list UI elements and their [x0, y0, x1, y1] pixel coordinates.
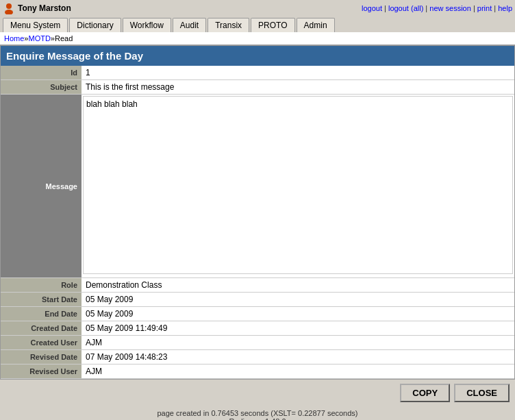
subject-label: Subject — [1, 80, 81, 95]
help-link[interactable]: help — [498, 4, 512, 12]
breadcrumb-home[interactable]: Home — [4, 34, 24, 42]
user-avatar-icon — [3, 2, 15, 14]
footer-line1: page created in 0.76453 seconds (XSLT= 0… — [3, 409, 512, 417]
logout-all-link[interactable]: logout (all) — [388, 4, 423, 12]
buttons-area: COPY CLOSE — [0, 380, 515, 406]
top-links: logout | logout (all) | new session | pr… — [362, 4, 512, 12]
footer-line2: Radicore v1.48.0 — [3, 417, 512, 420]
table-row: Id 1 — [1, 66, 514, 80]
table-row: Role Demonstration Class — [1, 278, 514, 293]
message-textarea[interactable]: blah blah blah — [83, 96, 513, 274]
tab-admin[interactable]: Admin — [297, 18, 335, 32]
tab-audit[interactable]: Audit — [173, 18, 206, 32]
breadcrumb-current: Read — [55, 34, 73, 42]
tab-workflow[interactable]: Workflow — [123, 18, 171, 32]
copy-button[interactable]: COPY — [400, 384, 450, 402]
tab-transix[interactable]: Transix — [208, 18, 249, 32]
created-user-label: Created User — [1, 336, 81, 350]
table-row: Message blah blah blah — [1, 95, 514, 278]
subject-value: This is the first message — [81, 80, 514, 95]
revised-date-value: 07 May 2009 14:48:23 — [81, 350, 514, 365]
breadcrumb: Home»MOTD»Read — [0, 32, 515, 45]
print-link[interactable]: print — [477, 4, 492, 12]
end-date-label: End Date — [1, 307, 81, 321]
main-content: Enquire Message of the Day Id 1 Subject … — [0, 45, 515, 380]
breadcrumb-motd[interactable]: MOTD — [28, 34, 50, 42]
tab-proto[interactable]: PROTO — [251, 18, 294, 32]
revised-user-value: AJM — [81, 365, 514, 379]
svg-point-0 — [6, 3, 12, 9]
new-session-link[interactable]: new session — [429, 4, 471, 12]
start-date-label: Start Date — [1, 293, 81, 307]
table-row: Start Date 05 May 2009 — [1, 293, 514, 307]
table-row: Created Date 05 May 2009 11:49:49 — [1, 321, 514, 336]
created-date-value: 05 May 2009 11:49:49 — [81, 321, 514, 336]
top-bar: Tony Marston logout | logout (all) | new… — [0, 0, 515, 16]
role-label: Role — [1, 278, 81, 293]
logout-link[interactable]: logout — [362, 4, 382, 12]
tab-menu-system[interactable]: Menu System — [3, 18, 68, 32]
created-user-value: AJM — [81, 336, 514, 350]
id-label: Id — [1, 66, 81, 80]
id-value: 1 — [81, 66, 514, 80]
page-title: Enquire Message of the Day — [1, 46, 514, 66]
message-label: Message — [1, 95, 81, 278]
form-table: Id 1 Subject This is the first message M… — [1, 66, 514, 379]
created-date-label: Created Date — [1, 321, 81, 336]
footer: page created in 0.76453 seconds (XSLT= 0… — [0, 406, 515, 420]
close-button[interactable]: CLOSE — [454, 384, 510, 402]
role-value: Demonstration Class — [81, 278, 514, 293]
start-date-value: 05 May 2009 — [81, 293, 514, 307]
message-cell: blah blah blah — [81, 95, 514, 278]
tab-dictionary[interactable]: Dictionary — [69, 18, 121, 32]
table-row: Revised User AJM — [1, 365, 514, 379]
table-row: End Date 05 May 2009 — [1, 307, 514, 321]
end-date-value: 05 May 2009 — [81, 307, 514, 321]
revised-date-label: Revised Date — [1, 350, 81, 365]
username-label: Tony Marston — [18, 3, 362, 13]
revised-user-label: Revised User — [1, 365, 81, 379]
table-row: Created User AJM — [1, 336, 514, 350]
table-row: Revised Date 07 May 2009 14:48:23 — [1, 350, 514, 365]
nav-tabs: Menu System Dictionary Workflow Audit Tr… — [0, 16, 515, 32]
svg-point-1 — [5, 10, 13, 14]
table-row: Subject This is the first message — [1, 80, 514, 95]
